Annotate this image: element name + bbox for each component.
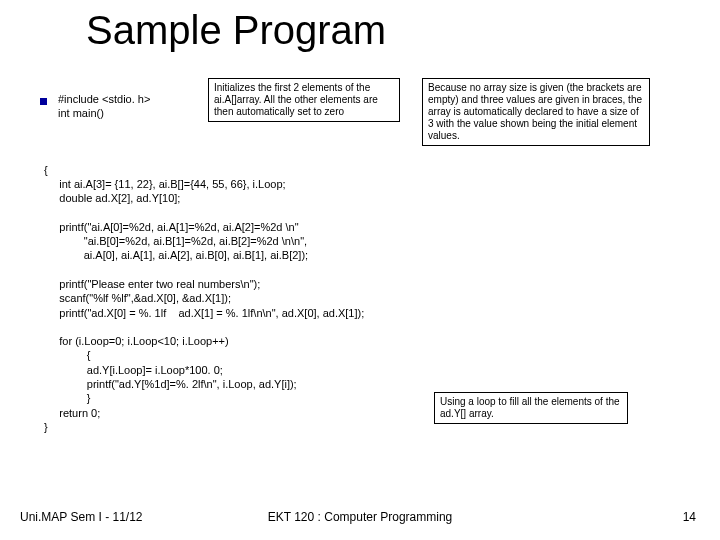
page-title: Sample Program — [86, 8, 386, 53]
callout-init-first-2: Initializes the first 2 elements of the … — [208, 78, 400, 122]
main-code-block: { int ai.A[3]= {11, 22}, ai.B[]={44, 55,… — [44, 134, 364, 449]
bullet-icon — [40, 98, 47, 105]
include-code: #include <stdio. h> int main() — [58, 92, 150, 121]
footer-center: EKT 120 : Computer Programming — [0, 510, 720, 524]
main-code-text: { int ai.A[3]= {11, 22}, ai.B[]={44, 55,… — [44, 163, 364, 435]
callout-loop-fill: Using a loop to fill all the elements of… — [434, 392, 628, 424]
callout-no-size: Because no array size is given (the brac… — [422, 78, 650, 146]
page-number: 14 — [683, 510, 696, 524]
include-text: #include <stdio. h> int main() — [58, 92, 150, 121]
